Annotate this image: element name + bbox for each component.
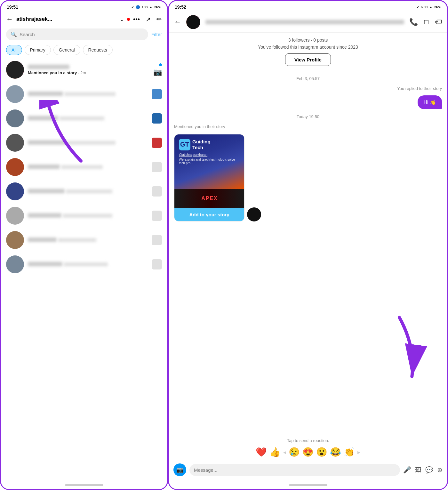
- right-back-button[interactable]: ←: [174, 18, 181, 26]
- chat-name-9: [28, 262, 62, 266]
- apex-text: APEX: [201, 196, 218, 201]
- story-card-desc: We explain and teach technology, solve t…: [179, 158, 240, 165]
- avatar-wrap-featured: [6, 61, 24, 79]
- avatar-featured: [6, 61, 24, 79]
- right-status-icons: ✓ 6.00 ▲ 26%: [416, 5, 441, 9]
- chat-preview-featured: Mentioned you in a story · 2m: [28, 70, 149, 75]
- right-username: [205, 20, 404, 24]
- reaction-love[interactable]: 😍: [302, 447, 314, 457]
- tab-all[interactable]: All: [6, 45, 22, 55]
- avatar-7: [6, 207, 24, 225]
- add-to-story-button[interactable]: Add to your story: [174, 208, 244, 221]
- date-label-today: Today 19:50: [174, 114, 442, 119]
- story-card-handle: @atishrajasekharan: [179, 153, 240, 157]
- chat-item-7[interactable]: [1, 204, 167, 228]
- dropdown-icon[interactable]: ⌄: [120, 16, 124, 22]
- right-header: ← 📞 □ 🏷: [169, 12, 447, 33]
- date-label-feb3: Feb 3, 05:57: [174, 76, 442, 81]
- chat-preview-8: [58, 238, 96, 242]
- story-card-image: GT GuidingTech @atishrajasekharan We exp…: [174, 134, 244, 208]
- reaction-wow[interactable]: 😮: [316, 447, 327, 457]
- camera-icon-featured[interactable]: 📷: [153, 68, 162, 76]
- trend-icon[interactable]: ↗: [146, 16, 151, 23]
- tab-primary[interactable]: Primary: [25, 45, 51, 55]
- story-card[interactable]: GT GuidingTech @atishrajasekharan We exp…: [174, 134, 244, 221]
- edit-icon[interactable]: ✏: [156, 15, 162, 23]
- unread-dot-featured: [159, 63, 162, 66]
- input-action-icons: 🎤 🖼 💬 ⊕: [403, 466, 443, 474]
- chat-name-2: [28, 92, 63, 96]
- reaction-cry[interactable]: 😢: [289, 447, 300, 457]
- hi-message-bubble: Hi 👋: [174, 95, 442, 109]
- chat-name-5: [28, 165, 60, 169]
- avatar-3: [6, 109, 24, 127]
- view-profile-button[interactable]: View Profile: [285, 53, 331, 66]
- chat-item-8[interactable]: [1, 228, 167, 252]
- chat-item-4[interactable]: [1, 131, 167, 155]
- chat-preview-4: [68, 141, 116, 145]
- search-bar: 🔍 Filter: [6, 28, 162, 40]
- back-button[interactable]: ←: [6, 15, 13, 23]
- chat-item-featured[interactable]: Mentioned you in a story · 2m 📷: [1, 58, 167, 82]
- chat-item-2[interactable]: [1, 82, 167, 106]
- more-options-icon[interactable]: •••: [133, 16, 140, 23]
- gt-logo-icon: GT: [179, 139, 190, 150]
- chat-preview-2: [64, 92, 116, 96]
- chat-item-6[interactable]: [1, 179, 167, 204]
- right-header-actions: 📞 □ 🏷: [409, 18, 442, 26]
- chat-preview-6: [66, 189, 112, 193]
- chat-time-featured: · 2m: [78, 70, 86, 75]
- reaction-row: ❤️ 👍 ◂ 😢 😍 😮 😂 👏 ▸: [169, 444, 447, 460]
- phone-icon[interactable]: 📞: [409, 18, 418, 26]
- story-card-logo: GT GuidingTech: [179, 139, 240, 150]
- video-icon[interactable]: □: [424, 18, 428, 26]
- message-input-wrap[interactable]: [189, 464, 400, 476]
- chat-preview-7: [63, 214, 112, 218]
- search-input-wrap[interactable]: 🔍: [6, 28, 148, 40]
- avatar-2: [6, 85, 24, 103]
- sticker-icon[interactable]: 💬: [425, 466, 433, 474]
- right-avatar: [186, 15, 200, 29]
- mic-icon[interactable]: 🎤: [403, 466, 411, 474]
- reaction-heart[interactable]: ❤️: [256, 447, 267, 457]
- chat-item-3[interactable]: [1, 106, 167, 131]
- chat-info-featured: Mentioned you in a story · 2m: [28, 65, 149, 75]
- message-input[interactable]: [194, 467, 396, 473]
- chat-name-7: [28, 213, 61, 218]
- add-icon[interactable]: ⊕: [437, 466, 443, 474]
- followers-label: 3 followers · 0 posts: [175, 36, 441, 44]
- image-icon[interactable]: 🖼: [415, 466, 421, 474]
- search-input[interactable]: [20, 32, 144, 37]
- left-time: 19:51: [7, 4, 18, 10]
- chat-right-featured: 📷: [153, 63, 162, 76]
- right-home-indicator: [169, 481, 447, 489]
- chat-area: Feb 3, 05:57 You replied to their story …: [169, 71, 447, 437]
- message-input-row: 📷 🎤 🖼 💬 ⊕: [169, 460, 447, 481]
- camera-button-blue[interactable]: 📷: [173, 463, 186, 476]
- right-panel: 19:52 ✓ 6.00 ▲ 26% ← 📞 □ 🏷 3 followers ·…: [168, 0, 448, 490]
- chat-thumb-3: [152, 113, 162, 124]
- tag-icon[interactable]: 🏷: [435, 18, 442, 26]
- tab-general[interactable]: General: [53, 45, 80, 55]
- left-status-bar: 19:51 ✓ 🔵 108 ▲ 26%: [1, 1, 167, 12]
- camera-icon-blue: 📷: [176, 466, 183, 473]
- chat-item-5[interactable]: [1, 155, 167, 179]
- chat-thumb-2: [152, 89, 162, 99]
- chat-item-9[interactable]: [1, 252, 167, 277]
- chat-thumb-9: [152, 259, 162, 269]
- reaction-laugh[interactable]: 😂: [330, 447, 341, 457]
- hi-bubble: Hi 👋: [418, 95, 442, 109]
- chat-preview-5: [61, 165, 103, 169]
- chat-thumb-8: [152, 235, 162, 245]
- header-action-icons: ••• ↗ ✏: [133, 15, 162, 23]
- reaction-clap[interactable]: 👏: [344, 447, 355, 457]
- avatar-4: [6, 134, 24, 152]
- chat-thumb-4: [152, 138, 162, 148]
- tab-requests[interactable]: Requests: [83, 45, 113, 55]
- right-avatar-wrap[interactable]: [186, 15, 200, 29]
- chat-list: Mentioned you in a story · 2m 📷: [1, 58, 167, 481]
- reaction-thumbsup[interactable]: 👍: [269, 447, 281, 457]
- tap-reaction-label: Tap to send a reaction.: [169, 438, 447, 443]
- username-label[interactable]: atishrajasek...: [16, 16, 116, 22]
- filter-button[interactable]: Filter: [151, 32, 162, 37]
